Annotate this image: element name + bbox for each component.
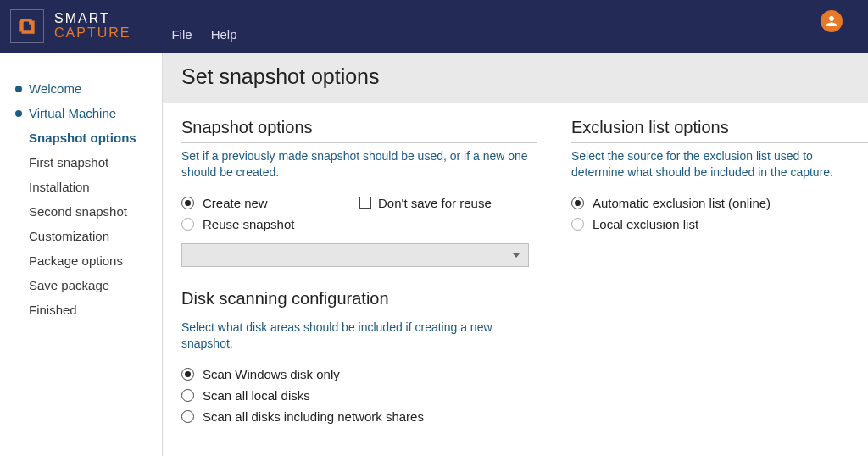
- user-icon[interactable]: [821, 10, 843, 32]
- nav-save-package[interactable]: Save package: [15, 273, 162, 298]
- radio-scan-windows[interactable]: Scan Windows disk only: [181, 364, 537, 385]
- nav-virtual-machine[interactable]: Virtual Machine: [15, 101, 162, 125]
- menu-bar: File Help: [171, 27, 236, 42]
- nav-label: Second snapshot: [29, 204, 127, 219]
- radio-icon: [181, 368, 194, 381]
- brand-line1: SMART: [54, 12, 131, 26]
- nav-label: Finished: [29, 303, 77, 317]
- radio-icon: [571, 197, 584, 209]
- radio-scan-local[interactable]: Scan all local disks: [181, 385, 537, 406]
- exclusion-section-desc: Select the source for the exclusion list…: [571, 148, 868, 181]
- nav-label: Customization: [29, 229, 109, 243]
- app-logo: [10, 9, 44, 43]
- disk-section-title: Disk scanning configuration: [181, 289, 537, 314]
- nav-customization[interactable]: Customization: [15, 224, 162, 248]
- radio-icon: [181, 218, 194, 231]
- radio-icon: [181, 410, 194, 423]
- nav-label: Save package: [29, 278, 109, 292]
- sidebar: Welcome Virtual Machine Snapshot options…: [0, 53, 163, 456]
- disk-section-desc: Select what disk areas should be include…: [181, 320, 537, 352]
- radio-label: Scan all disks including network shares: [203, 409, 424, 424]
- nav-finished[interactable]: Finished: [15, 298, 162, 322]
- radio-exclusion-local[interactable]: Local exclusion list: [571, 214, 868, 235]
- radio-icon: [181, 389, 194, 402]
- nav-second-snapshot[interactable]: Second snapshot: [15, 199, 162, 224]
- nav-installation[interactable]: Installation: [15, 175, 162, 199]
- radio-label: Create new: [203, 196, 268, 210]
- nav-label: Installation: [29, 180, 90, 194]
- menu-file[interactable]: File: [171, 27, 192, 42]
- nav-welcome[interactable]: Welcome: [15, 76, 162, 101]
- menu-help[interactable]: Help: [211, 27, 237, 42]
- radio-reuse-snapshot[interactable]: Reuse snapshot: [181, 214, 537, 235]
- header: SMART CAPTURE File Help: [0, 0, 868, 53]
- nav-package-options[interactable]: Package options: [15, 248, 162, 273]
- radio-icon: [571, 218, 584, 231]
- radio-icon: [181, 197, 194, 209]
- title-bar: Set snapshot options: [163, 53, 868, 103]
- radio-exclusion-auto[interactable]: Automatic exclusion list (online): [571, 192, 868, 214]
- bullet-icon: [15, 86, 22, 92]
- nav-label: Virtual Machine: [29, 106, 116, 120]
- nav-snapshot-options[interactable]: Snapshot options: [15, 125, 162, 150]
- nav-first-snapshot[interactable]: First snapshot: [15, 150, 162, 175]
- radio-scan-network[interactable]: Scan all disks including network shares: [181, 406, 537, 427]
- radio-label: Reuse snapshot: [203, 217, 294, 231]
- radio-create-new[interactable]: Create new: [181, 192, 268, 214]
- brand-line2: CAPTURE: [54, 26, 131, 41]
- snapshot-section-desc: Set if a previously made snapshot should…: [181, 148, 537, 181]
- nav-label: Snapshot options: [29, 131, 136, 145]
- checkbox-dont-save[interactable]: Don't save for reuse: [359, 192, 492, 214]
- radio-label: Scan all local disks: [203, 388, 310, 403]
- nav-label: Package options: [29, 253, 123, 268]
- radio-label: Local exclusion list: [593, 217, 698, 231]
- checkbox-icon: [359, 197, 371, 209]
- bullet-icon: [15, 110, 22, 117]
- radio-label: Automatic exclusion list (online): [593, 196, 771, 210]
- nav-label: First snapshot: [29, 155, 108, 170]
- exclusion-section-title: Exclusion list options: [571, 118, 868, 143]
- page-title: Set snapshot options: [181, 64, 849, 89]
- brand: SMART CAPTURE: [54, 12, 131, 41]
- radio-label: Scan Windows disk only: [203, 367, 340, 381]
- checkbox-label: Don't save for reuse: [378, 196, 492, 210]
- main: Set snapshot options Snapshot options Se…: [163, 53, 868, 456]
- snapshot-section-title: Snapshot options: [181, 118, 537, 143]
- nav-label: Welcome: [29, 81, 81, 96]
- reuse-snapshot-select[interactable]: [181, 243, 529, 267]
